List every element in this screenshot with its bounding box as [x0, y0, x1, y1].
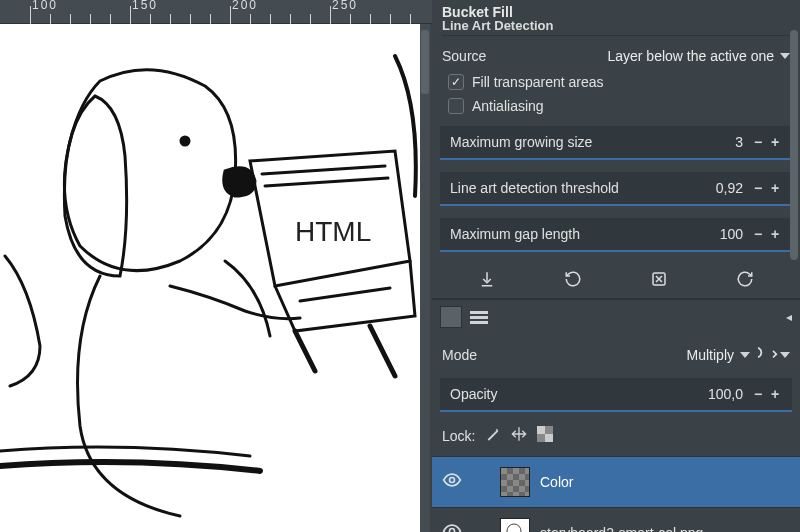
- ruler-horizontal[interactable]: 100150200250: [0, 0, 432, 24]
- checkbox-icon: [448, 74, 464, 90]
- chevron-down-icon: [780, 352, 790, 358]
- chevron-down-icon: [740, 352, 750, 358]
- stepper-plus[interactable]: +: [768, 181, 782, 195]
- ruler-label: 100: [32, 0, 58, 12]
- canvas-area: HTML: [0, 24, 432, 532]
- visibility-eye-icon[interactable]: [442, 470, 462, 495]
- mode-dropdown[interactable]: Multiply: [687, 347, 750, 363]
- drawing-text: HTML: [295, 216, 371, 247]
- lock-position-icon[interactable]: [511, 426, 527, 446]
- opacity-value: 100,0: [708, 386, 743, 402]
- layer-list: Color storyboard2-smart-col.png: [432, 457, 800, 532]
- threshold-value: 0,92: [716, 180, 743, 196]
- mode-row: Mode Multiply: [442, 338, 790, 372]
- ruler-label: 200: [232, 0, 258, 12]
- fill-transparent-checkbox[interactable]: Fill transparent areas: [442, 70, 790, 94]
- svg-rect-3: [537, 426, 545, 434]
- tool-subtitle: Line Art Detection: [442, 18, 790, 36]
- svg-point-5: [450, 477, 455, 482]
- lock-label: Lock:: [442, 428, 475, 444]
- stepper-minus[interactable]: −: [751, 387, 765, 401]
- opacity-label: Opacity: [450, 386, 497, 402]
- antialiasing-label: Antialiasing: [472, 98, 544, 114]
- layer-thumbnail[interactable]: [500, 518, 530, 532]
- max-gap-label: Maximum gap length: [450, 226, 580, 242]
- source-value: Layer below the active one: [607, 48, 774, 64]
- chevron-down-icon: [780, 53, 790, 59]
- reset-default-icon[interactable]: [734, 268, 756, 290]
- antialiasing-checkbox[interactable]: Antialiasing: [442, 94, 790, 118]
- canvas-scrollbar-vertical[interactable]: [420, 24, 430, 532]
- visibility-eye-icon[interactable]: [442, 521, 462, 533]
- max-grow-label: Maximum growing size: [450, 134, 592, 150]
- source-dropdown[interactable]: Layer below the active one: [607, 48, 790, 64]
- stepper-plus[interactable]: +: [768, 135, 782, 149]
- svg-point-6: [450, 528, 455, 532]
- stepper-minus[interactable]: −: [751, 181, 765, 195]
- delete-preset-icon[interactable]: [648, 268, 670, 290]
- layer-row[interactable]: Color: [432, 457, 800, 508]
- save-preset-icon[interactable]: [476, 268, 498, 290]
- line-art-sketch: HTML: [0, 24, 420, 532]
- layer-row[interactable]: storyboard2-smart-col.png: [432, 508, 800, 532]
- opacity-slider[interactable]: Opacity 100,0 − +: [440, 378, 792, 412]
- source-label: Source: [442, 48, 486, 64]
- fill-transparent-label: Fill transparent areas: [472, 74, 604, 90]
- layers-header: ◂: [432, 299, 800, 334]
- layer-preview-icon[interactable]: [440, 306, 462, 328]
- max-gap-slider[interactable]: Maximum gap length 100 − +: [440, 218, 792, 252]
- ruler-label: 250: [332, 0, 358, 12]
- reset-undo-icon[interactable]: [562, 268, 584, 290]
- layer-link-icon[interactable]: [472, 524, 490, 532]
- stepper-minus[interactable]: −: [751, 227, 765, 241]
- threshold-slider[interactable]: Line art detection threshold 0,92 − +: [440, 172, 792, 206]
- mode-value: Multiply: [687, 347, 734, 363]
- stepper-plus[interactable]: +: [768, 227, 782, 241]
- layers-stack-icon[interactable]: [470, 311, 488, 324]
- checkbox-icon: [448, 98, 464, 114]
- layer-thumbnail[interactable]: [500, 467, 530, 497]
- threshold-label: Line art detection threshold: [450, 180, 619, 196]
- panels: Bucket Fill Line Art Detection Source La…: [432, 0, 800, 532]
- layer-name[interactable]: storyboard2-smart-col.png: [540, 525, 790, 532]
- scrollbar-thumb[interactable]: [421, 30, 429, 94]
- canvas[interactable]: HTML: [0, 24, 420, 532]
- lock-pixels-icon[interactable]: [485, 426, 501, 446]
- svg-point-0: [181, 137, 189, 145]
- ruler-label: 150: [132, 0, 158, 12]
- svg-rect-4: [545, 434, 553, 442]
- layer-link-icon[interactable]: [472, 473, 490, 491]
- mode-label: Mode: [442, 347, 477, 363]
- canvas-pane: 100150200250: [0, 0, 432, 532]
- layer-name[interactable]: Color: [540, 474, 790, 490]
- max-grow-slider[interactable]: Maximum growing size 3 − +: [440, 126, 792, 160]
- svg-point-7: [507, 524, 521, 532]
- source-row: Source Layer below the active one: [442, 42, 790, 70]
- tool-options-scrollbar[interactable]: [790, 30, 798, 260]
- stepper-plus[interactable]: +: [768, 387, 782, 401]
- lock-row: Lock:: [432, 420, 800, 457]
- max-grow-value: 3: [735, 134, 743, 150]
- lock-alpha-icon[interactable]: [537, 426, 553, 446]
- tool-actions: [432, 258, 800, 299]
- max-gap-value: 100: [720, 226, 743, 242]
- panel-menu-icon[interactable]: ◂: [786, 310, 792, 324]
- mode-switch-icon[interactable]: [758, 344, 790, 366]
- stepper-minus[interactable]: −: [751, 135, 765, 149]
